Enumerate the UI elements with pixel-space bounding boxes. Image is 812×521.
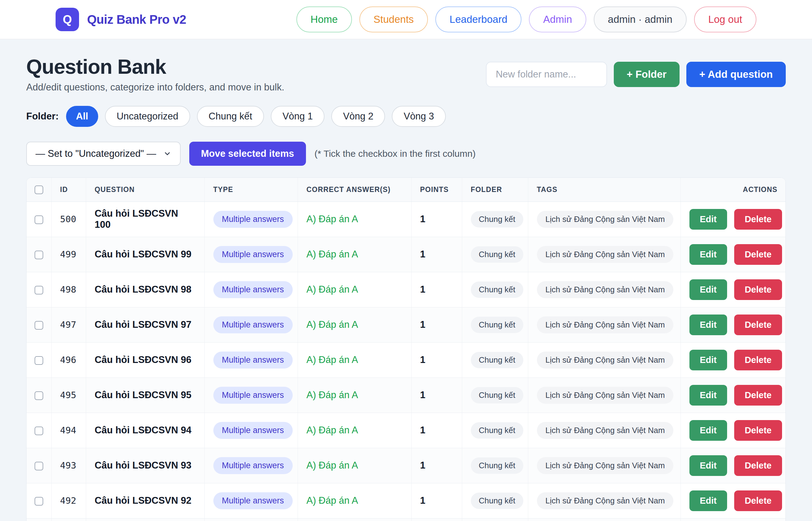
page-head-text: Question Bank Add/edit questions, catego… [26,55,284,93]
folder-badge: Chung kết [471,493,524,509]
question-type-badge: Multiple answers [213,211,293,228]
row-checkbox-cell [26,237,51,272]
question-id: 495 [51,378,86,413]
folder-badge: Chung kết [471,457,524,474]
points-value: 1 [411,413,462,448]
folder-chip-vong-2[interactable]: Vòng 2 [331,106,385,127]
folder-chip-vong-3[interactable]: Vòng 3 [392,106,446,127]
row-checkbox-cell [26,483,51,518]
delete-button[interactable]: Delete [734,279,782,300]
header-folder: FOLDER [462,178,528,202]
row-checkbox-cell [26,202,51,237]
row-actions: Edit Delete [680,272,786,307]
question-id: 494 [51,413,86,448]
folder-badge: Chung kết [471,352,524,368]
question-title: Câu hỏi LSĐCSVN 98 [95,284,192,295]
select-all-cell [26,178,51,202]
folder-chip-vong-1[interactable]: Vòng 1 [271,106,324,127]
row-actions: Edit Delete [680,448,786,483]
question-type-badge: Multiple answers [213,492,293,509]
question-title: Câu hỏi LSĐCSVN 92 [95,495,192,506]
brand[interactable]: Q Quiz Bank Pro v2 [55,8,186,31]
question-id: 499 [51,237,86,272]
table-row: 497 Câu hỏi LSĐCSVN 97 Multiple answers … [26,307,786,342]
select-all-checkbox[interactable] [35,185,43,194]
nav-admin[interactable]: Admin [529,6,586,32]
main-content: Question Bank Add/edit questions, catego… [26,39,786,521]
delete-button[interactable]: Delete [734,350,782,370]
nav-students[interactable]: Students [359,6,428,32]
delete-button[interactable]: Delete [734,420,782,441]
row-checkbox[interactable] [35,216,43,224]
question-title: Câu hỏi LSĐCSVN 97 [95,319,192,330]
points-value: 1 [411,518,462,521]
row-checkbox[interactable] [35,497,43,505]
delete-button[interactable]: Delete [734,315,782,335]
logout-button[interactable]: Log out [694,6,757,32]
correct-answer: A) Đáp án A [307,460,358,471]
question-id: 492 [51,483,86,518]
question-title: Câu hỏi LSĐCSVN 100 [95,208,178,230]
edit-button[interactable]: Edit [690,209,727,230]
new-folder-input[interactable] [486,62,607,87]
add-question-button[interactable]: + Add question [686,62,786,87]
user-badge: admin · admin [594,6,687,32]
row-checkbox-cell [26,518,51,521]
header-correct-answers: CORRECT ANSWER(S) [298,178,411,202]
folder-chip-all[interactable]: All [66,106,98,127]
row-checkbox[interactable] [35,462,43,470]
table-row: 499 Câu hỏi LSĐCSVN 99 Multiple answers … [26,237,786,272]
folder-chip-uncategorized[interactable]: Uncategorized [105,106,190,127]
header-question: QUESTION [86,178,204,202]
header-points: POINTS [411,178,462,202]
edit-button[interactable]: Edit [690,385,727,406]
delete-button[interactable]: Delete [734,491,782,511]
row-checkbox[interactable] [35,427,43,435]
questions-table-card: ID QUESTION TYPE CORRECT ANSWER(S) POINT… [26,178,786,521]
move-selected-button[interactable]: Move selected items [189,142,306,166]
table-row: 496 Câu hỏi LSĐCSVN 96 Multiple answers … [26,342,786,378]
edit-button[interactable]: Edit [690,244,727,265]
main-nav: Home Students Leaderboard Admin admin · … [296,6,757,32]
delete-button[interactable]: Delete [734,209,782,230]
header-id: ID [51,178,86,202]
row-checkbox[interactable] [35,286,43,294]
delete-button[interactable]: Delete [734,385,782,406]
page-subtitle: Add/edit questions, categorize into fold… [26,81,284,93]
row-actions: Edit Delete [680,518,786,521]
question-title: Câu hỏi LSĐCSVN 94 [95,425,192,435]
edit-button[interactable]: Edit [690,420,727,441]
add-folder-button[interactable]: + Folder [614,62,680,87]
row-actions: Edit Delete [680,237,786,272]
delete-button[interactable]: Delete [734,455,782,476]
row-checkbox[interactable] [35,356,43,365]
nav-leaderboard[interactable]: Leaderboard [435,6,521,32]
nav-home[interactable]: Home [296,6,352,32]
points-value: 1 [411,483,462,518]
question-type-badge: Multiple answers [213,246,293,263]
question-type-badge: Multiple answers [213,316,293,333]
row-actions: Edit Delete [680,378,786,413]
edit-button[interactable]: Edit [690,315,727,335]
folder-filter-label: Folder: [26,111,59,122]
points-value: 1 [411,342,462,378]
edit-button[interactable]: Edit [690,455,727,476]
topbar: Q Quiz Bank Pro v2 Home Students Leaderb… [0,0,812,39]
brand-name: Quiz Bank Pro v2 [87,13,186,26]
bulk-folder-select[interactable]: — Set to "Uncategorized" — [26,142,181,166]
edit-button[interactable]: Edit [690,350,727,370]
row-checkbox[interactable] [35,321,43,330]
points-value: 1 [411,237,462,272]
edit-button[interactable]: Edit [690,491,727,511]
head-actions: + Folder + Add question [486,62,786,87]
question-id: 491 [51,518,86,521]
header-tags: TAGS [528,178,680,202]
row-checkbox[interactable] [35,391,43,400]
folder-badge: Chung kết [471,422,524,438]
row-checkbox[interactable] [35,251,43,259]
question-title: Câu hỏi LSĐCSVN 99 [95,249,192,259]
delete-button[interactable]: Delete [734,244,782,265]
table-row: 498 Câu hỏi LSĐCSVN 98 Multiple answers … [26,272,786,307]
edit-button[interactable]: Edit [690,279,727,300]
folder-chip-chung-ket[interactable]: Chung kết [197,106,264,127]
